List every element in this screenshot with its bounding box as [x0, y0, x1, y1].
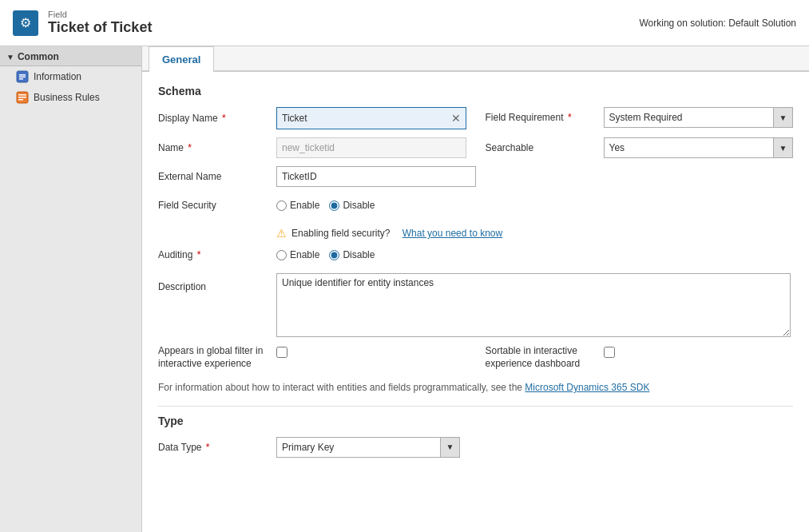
row-name: Name * Searchable Yes No ▼: [158, 137, 793, 158]
form-body: Schema Display Name * ✕ Field Requiremen…: [142, 72, 809, 478]
svg-rect-6: [18, 97, 26, 98]
col-field-requirement: Field Requirement * System Required Busi…: [466, 107, 794, 128]
external-name-input[interactable]: [276, 166, 476, 187]
auditing-label: Auditing *: [158, 244, 276, 265]
external-name-label: External Name: [158, 166, 276, 187]
auditing-disable-label: Disable: [343, 249, 375, 260]
field-security-disable-label: Disable: [343, 200, 375, 211]
field-security-disable-radio[interactable]: [329, 200, 339, 211]
warning-link[interactable]: What you need to know: [403, 228, 502, 239]
sidebar-section-common[interactable]: ▼ Common: [0, 46, 141, 66]
data-type-select[interactable]: Primary Key Single Line of Text Whole Nu…: [277, 438, 459, 457]
chevron-icon: ▼: [6, 53, 14, 62]
row-auditing: Auditing * Enable Disable: [158, 244, 793, 265]
description-textarea[interactable]: Unique identifier for entity instances: [276, 273, 791, 337]
data-type-select-wrapper: Primary Key Single Line of Text Whole Nu…: [276, 437, 460, 458]
searchable-select[interactable]: Yes No: [605, 138, 793, 157]
searchable-select-wrapper: Yes No ▼: [604, 137, 794, 158]
warning-text: Enabling field security?: [291, 228, 390, 239]
field-security-label: Field Security: [158, 195, 276, 216]
sidebar: ▼ Common Information Business Rules: [0, 46, 142, 532]
page-subtitle: Field: [48, 10, 152, 19]
tab-general[interactable]: General: [149, 46, 214, 72]
sortable-label: Sortable in interactive experience dashb…: [486, 345, 604, 370]
col-data-type: Data Type * Primary Key Single Line of T…: [158, 437, 793, 458]
col-searchable: Searchable Yes No ▼: [466, 137, 794, 158]
field-requirement-select[interactable]: System Required Business Required Busine…: [605, 108, 793, 127]
field-security-enable-radio[interactable]: [276, 200, 287, 211]
app-icon: ⚙: [13, 10, 38, 36]
col-display-name: Display Name * ✕: [158, 107, 466, 129]
svg-rect-2: [19, 77, 26, 78]
main-layout: ▼ Common Information Business Rules Gene…: [0, 46, 809, 532]
auditing-disable-option[interactable]: Disable: [329, 249, 375, 260]
svg-rect-7: [18, 99, 23, 101]
sdk-link[interactable]: Microsoft Dynamics 365 SDK: [525, 382, 649, 393]
topbar: ⚙ Field Ticket of Ticket Working on solu…: [0, 0, 809, 46]
row-data-type: Data Type * Primary Key Single Line of T…: [158, 437, 793, 458]
field-security-radio-group: Enable Disable: [276, 195, 375, 216]
col-auditing: Auditing * Enable Disable: [158, 244, 793, 265]
auditing-enable-option[interactable]: Enable: [276, 249, 319, 260]
field-security-disable-option[interactable]: Disable: [329, 200, 375, 211]
svg-rect-1: [19, 74, 26, 76]
field-requirement-select-wrapper: System Required Business Required Busine…: [604, 107, 794, 128]
topbar-left: ⚙ Field Ticket of Ticket: [13, 10, 152, 36]
page-title: Ticket of Ticket: [48, 19, 152, 36]
col-description: Description Unique identifier for entity…: [158, 273, 793, 337]
field-security-enable-option[interactable]: Enable: [276, 200, 319, 211]
sidebar-item-business-rules-label: Business Rules: [34, 92, 100, 103]
row-external-name: External Name: [158, 166, 793, 187]
sidebar-item-information[interactable]: Information: [0, 66, 141, 87]
appears-global-checkbox[interactable]: [276, 347, 288, 358]
name-input: [276, 137, 466, 158]
auditing-enable-label: Enable: [290, 249, 319, 260]
schema-section-title: Schema: [158, 85, 793, 97]
tabs-bar: General: [142, 46, 809, 72]
description-label: Description: [158, 273, 276, 297]
row-field-security: Field Security Enable Disable: [158, 195, 793, 216]
business-rules-icon: [16, 91, 29, 104]
sortable-checkbox[interactable]: [604, 347, 615, 358]
searchable-label: Searchable: [486, 137, 604, 158]
row-display-name: Display Name * ✕ Field Requirement * Sys…: [158, 107, 793, 129]
name-label: Name *: [158, 137, 276, 158]
display-name-label: Display Name *: [158, 108, 276, 129]
field-requirement-label: Field Requirement *: [486, 107, 604, 128]
row-checkboxes: Appears in global filter in interactive …: [158, 345, 793, 370]
field-security-warning: ⚠ Enabling field security? What you need…: [158, 224, 793, 244]
col-name: Name *: [158, 137, 466, 158]
auditing-enable-radio[interactable]: [276, 250, 287, 260]
svg-rect-5: [18, 94, 26, 96]
auditing-radio-group: Enable Disable: [276, 244, 375, 265]
type-section-title: Type: [158, 415, 793, 427]
col-sortable: Sortable in interactive experience dashb…: [466, 345, 794, 370]
type-divider: [158, 406, 793, 407]
information-icon: [16, 70, 29, 83]
display-name-input[interactable]: [277, 108, 446, 129]
info-text-prefix: For information about how to interact wi…: [158, 382, 522, 393]
data-type-label: Data Type *: [158, 437, 276, 458]
sidebar-section-label: Common: [18, 51, 59, 62]
col-appears-global: Appears in global filter in interactive …: [158, 345, 466, 370]
display-name-clear-button[interactable]: ✕: [446, 108, 466, 129]
display-name-input-wrapper: ✕: [276, 107, 466, 129]
col-field-security: Field Security Enable Disable: [158, 195, 793, 216]
topbar-titles: Field Ticket of Ticket: [48, 10, 152, 36]
warning-icon: ⚠: [276, 227, 287, 240]
svg-rect-3: [19, 78, 23, 80]
auditing-disable-radio[interactable]: [329, 250, 339, 260]
field-security-enable-label: Enable: [290, 200, 319, 211]
type-section: Type Data Type * Primary Key Single Line…: [158, 415, 793, 458]
col-external-name: External Name: [158, 166, 793, 187]
row-description: Description Unique identifier for entity…: [158, 273, 793, 337]
content-area: General Schema Display Name * ✕: [142, 46, 809, 532]
solution-label: Working on solution: Default Solution: [639, 18, 796, 29]
sidebar-item-business-rules[interactable]: Business Rules: [0, 87, 141, 108]
sidebar-item-information-label: Information: [34, 71, 81, 82]
appears-global-label: Appears in global filter in interactive …: [158, 345, 276, 370]
info-text-row: For information about how to interact wi…: [158, 378, 793, 403]
